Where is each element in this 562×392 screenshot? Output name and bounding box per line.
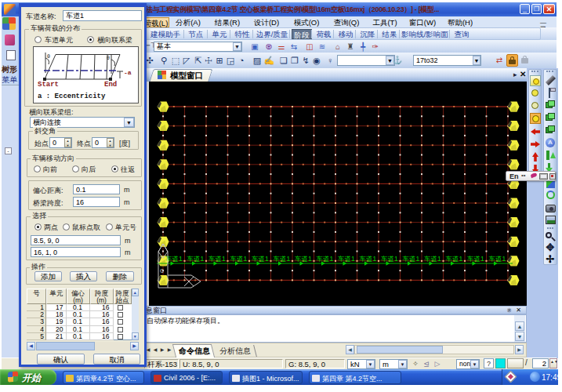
svg-text:车道1: 车道1 <box>489 255 506 263</box>
svg-text:车道1: 车道1 <box>467 255 484 263</box>
svg-text:车道1: 车道1 <box>403 255 420 263</box>
svg-text:车道1: 车道1 <box>187 255 205 263</box>
svg-text:车道1: 车道1 <box>446 255 463 263</box>
svg-text:车道1: 车道1 <box>424 255 441 263</box>
svg-text:车道1: 车道1 <box>230 255 248 263</box>
svg-text:θ: θ <box>107 55 110 60</box>
svg-text:-a: -a <box>124 69 132 76</box>
svg-text:车道1: 车道1 <box>208 255 226 263</box>
svg-text:车道1: 车道1 <box>274 255 291 263</box>
svg-text:车道1: 车道1 <box>252 255 269 263</box>
svg-text:车道1: 车道1 <box>338 255 355 263</box>
svg-text:Start: Start <box>38 81 59 89</box>
svg-text:End: End <box>104 81 117 89</box>
svg-text:车道1: 车道1 <box>360 255 377 263</box>
svg-text:车道1: 车道1 <box>317 255 334 263</box>
svg-text:G: G <box>160 267 164 274</box>
svg-text:θ: θ <box>47 53 50 59</box>
svg-text:a : Eccentricity: a : Eccentricity <box>38 93 106 100</box>
svg-text:车道1: 车道1 <box>295 255 312 263</box>
svg-text:车道1: 车道1 <box>381 255 398 263</box>
